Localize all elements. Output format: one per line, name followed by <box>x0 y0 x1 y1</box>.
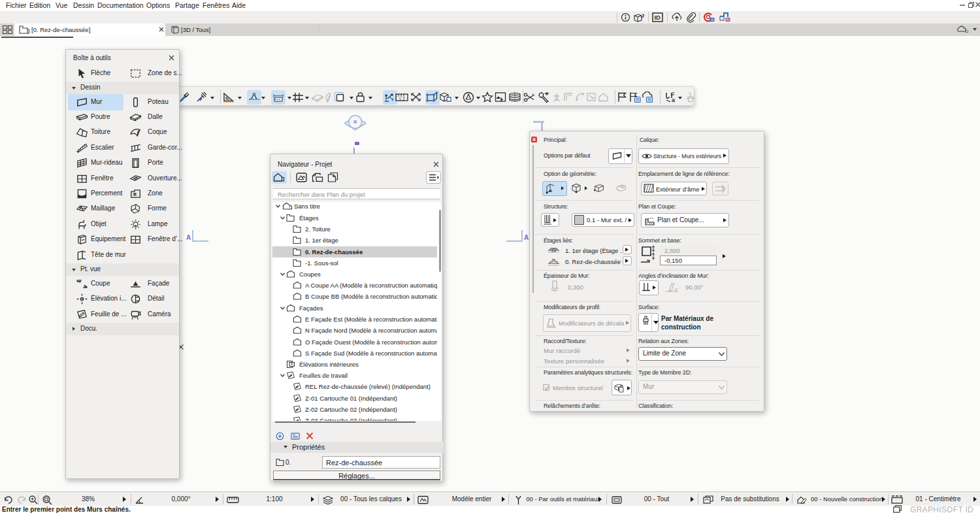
svg-text:1 2: 1 2 <box>399 97 405 101</box>
svg-text:IE: IE <box>711 18 715 22</box>
svg-text:a: a <box>672 97 676 103</box>
svg-text:α: α <box>675 286 678 292</box>
svg-text:12: 12 <box>965 29 969 33</box>
svg-text:ID: ID <box>654 14 661 21</box>
svg-text:BI: BI <box>727 18 730 22</box>
